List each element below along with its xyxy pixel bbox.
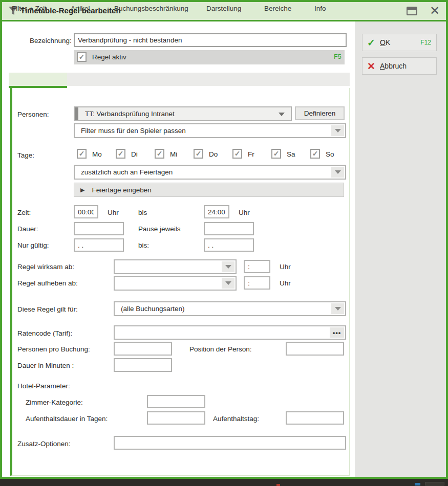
zeit-von-input[interactable] (74, 205, 98, 218)
pause-jeweils-label: Pause jeweils (138, 225, 181, 233)
tage-label: Tage: (17, 151, 34, 159)
tab-filter-zeit[interactable]: Filter + Zeit (12, 2, 47, 15)
regel-aktiv-label: Regel aktiv (92, 53, 126, 61)
wirksam-date-dropdown[interactable] (114, 259, 237, 274)
feiertage-eingeben-expander[interactable]: ▶ Feiertage eingeben (74, 183, 344, 197)
day-checkbox-di[interactable]: ✓ (116, 149, 125, 159)
chevron-down-icon (331, 303, 344, 314)
day-checkbox-fr[interactable]: ✓ (232, 149, 242, 159)
regel-aktiv-hotkey: F5 (334, 53, 342, 60)
taskbar-icon-blue (415, 483, 420, 485)
chevron-down-icon (331, 125, 344, 136)
aufheben-uhr-label: Uhr (280, 279, 291, 287)
tab-active-background (9, 73, 67, 86)
feiertage-dropdown[interactable]: zusätzlich auch an Feiertagen (74, 165, 346, 180)
regel-aktiv-checkbox[interactable]: ✓ (77, 52, 87, 62)
day-label-so: So (326, 150, 334, 158)
chevron-down-icon (331, 167, 344, 178)
zeit-bis-input[interactable] (204, 205, 229, 218)
ok-button[interactable]: ✓ OK F12 (362, 34, 437, 51)
action-panel: ✓ OK F12 ✕ Abbruch (355, 21, 446, 477)
tab-bereiche[interactable]: Bereiche (264, 2, 291, 15)
zimmer-kategorie-label: Zimmer-Kategorie: (26, 399, 83, 406)
wirksam-time-input[interactable] (244, 260, 270, 273)
dauer-minuten-label: Dauer in Minuten : (17, 362, 74, 369)
dialog-window: Timetable-Regel bearbeiten ✕ ✓ OK F12 ✕ … (0, 0, 448, 479)
aufheben-time-input[interactable] (244, 276, 270, 290)
personen-pro-buchung-label: Personen pro Buchung: (17, 345, 90, 353)
tab-artikel[interactable]: Artikel (71, 2, 90, 15)
cancel-button[interactable]: ✕ Abbruch (362, 57, 437, 75)
chevron-down-icon (279, 113, 285, 116)
position-der-person-input[interactable] (286, 342, 344, 356)
aufheben-date-dropdown[interactable] (114, 276, 237, 291)
zimmer-kategorie-input[interactable] (147, 395, 205, 408)
gueltig-bis-input[interactable] (204, 238, 254, 252)
ok-button-label: OK (380, 38, 390, 47)
day-checkbox-sa[interactable]: ✓ (271, 149, 281, 159)
day-label-do: Do (209, 150, 218, 158)
bezeichnung-input[interactable] (74, 33, 347, 47)
ratencode-label: Ratencode (Tarif): (17, 329, 72, 337)
buchungsarten-dropdown[interactable]: (alle Buchungsarten) (114, 301, 346, 316)
position-der-person-label: Position der Person: (189, 345, 252, 353)
aufenthaltstag-label: Aufenthaltstag: (213, 415, 259, 423)
day-checkbox-mi[interactable]: ✓ (155, 149, 164, 159)
definieren-button[interactable]: Definieren (295, 106, 345, 120)
gueltig-von-input[interactable] (74, 238, 124, 252)
chevron-down-icon (222, 278, 234, 289)
day-label-di: Di (131, 150, 138, 158)
chevron-down-icon (222, 261, 234, 272)
day-checkbox-mo[interactable]: ✓ (77, 149, 87, 159)
zeit-uhr2-label: Uhr (239, 209, 250, 216)
aufheben-label: Regel aufheben ab: (17, 279, 78, 287)
gueltig-bis-label: bis: (138, 241, 149, 249)
tab-buchungsbeschraenkung[interactable]: Buchungsbeschränkung (114, 2, 188, 15)
zeit-bis-label: bis (138, 209, 147, 216)
taskbar (0, 479, 448, 486)
pause-input[interactable] (204, 222, 254, 235)
personen-filter-dropdown[interactable]: TT: Verbandsprüfung Intranet (74, 106, 292, 121)
tab-darstellung[interactable]: Darstellung (206, 2, 241, 15)
hotel-parameter-label: Hotel-Parameter: (17, 382, 70, 390)
ellipsis-button[interactable]: ••• (330, 327, 344, 338)
dauer-label: Dauer: (17, 225, 38, 233)
zeit-label: Zeit: (17, 209, 31, 216)
personen-mode-dropdown[interactable]: Filter muss für den Spieler passen (74, 123, 346, 138)
personen-label: Personen: (17, 111, 49, 118)
personen-pro-buchung-input[interactable] (114, 342, 172, 356)
gilt-fuer-label: Diese Regel gilt für: (17, 305, 78, 313)
day-checkbox-do[interactable]: ✓ (194, 149, 203, 159)
cancel-button-label: Abbruch (380, 62, 407, 70)
zusatz-optionen-label: Zusatz-Optionen: (17, 440, 71, 448)
aufenthaltsdauer-label: Aufenthaltsdauer in Tagen: (26, 415, 108, 423)
day-label-fr: Fr (248, 150, 254, 158)
nur-gueltig-label: Nur gültig: (17, 241, 49, 249)
ok-hotkey: F12 (420, 39, 431, 46)
taskbar-icon-red (276, 484, 280, 486)
cancel-x-icon: ✕ (362, 60, 380, 72)
aufenthaltsdauer-input[interactable] (147, 411, 205, 425)
taskbar-button (425, 482, 444, 485)
wirksam-uhr-label: Uhr (280, 263, 291, 271)
close-icon[interactable]: ✕ (430, 3, 440, 18)
dauer-input[interactable] (74, 222, 124, 235)
day-label-sa: Sa (287, 150, 295, 158)
aufenthaltstag-input[interactable] (286, 411, 344, 425)
day-checkbox-so[interactable]: ✓ (310, 149, 320, 159)
ratencode-field[interactable]: ••• (114, 325, 346, 340)
zusatz-optionen-input[interactable] (114, 436, 346, 450)
dauer-minuten-input[interactable] (114, 358, 172, 372)
zeit-uhr-label: Uhr (108, 209, 119, 216)
day-label-mi: Mi (170, 150, 177, 158)
day-label-mo: Mo (92, 150, 102, 158)
wirksam-label: Regel wirksam ab: (17, 263, 74, 271)
expander-right-icon: ▶ (80, 187, 84, 193)
tab-info[interactable]: Info (314, 2, 326, 15)
ok-check-icon: ✓ (362, 37, 380, 49)
maximize-icon[interactable] (407, 7, 417, 15)
bezeichnung-label: Bezeichnung: (30, 37, 72, 45)
